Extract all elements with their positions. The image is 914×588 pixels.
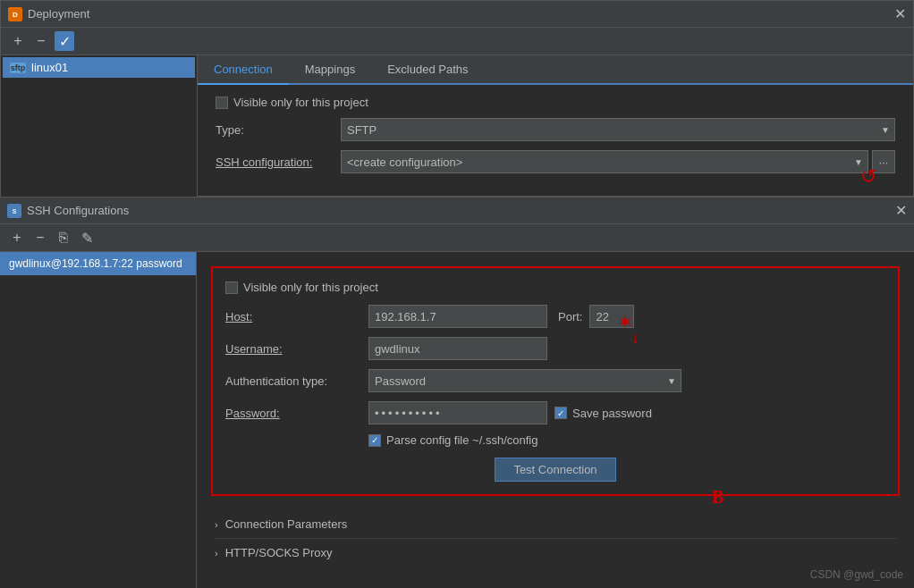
test-connection-button[interactable]: Test Connection [495,458,615,482]
deployment-window: D Deployment ✕ + − ✓ sftp linux01 Connec… [0,0,914,197]
type-row: Type: SFTP ▼ [216,118,895,141]
deployment-body: sftp linux01 Connection Mappings Exclude… [1,55,913,198]
add-server-button[interactable]: + [8,31,28,51]
ssh-add-button[interactable]: + [7,228,27,248]
host-port-inputs: Port: [368,305,634,328]
http-socks-label: HTTP/SOCKS Proxy [225,546,333,559]
expandable-sections: › Connection Parameters › HTTP/SOCKS Pro… [197,510,914,567]
ssh-content: Visible only for this project Host: Port… [197,252,914,588]
ssh-config-dots-button[interactable]: ··· [872,150,895,173]
chevron-right-icon: › [215,519,218,530]
save-password-row: ✓ Save password [554,407,652,420]
host-label: Host: [225,310,368,323]
test-connection-row: Test Connection [225,458,885,482]
port-input[interactable] [589,305,634,328]
sftp-icon: sftp [10,63,26,73]
deployment-close-button[interactable]: ✕ [894,7,906,21]
deployment-toolbar: + − ✓ [1,28,913,55]
ssh-close-button[interactable]: ✕ [895,202,907,219]
connection-params-row[interactable]: › Connection Parameters [215,510,896,538]
ssh-visible-only-label: Visible only for this project [243,281,378,294]
username-row: Username: [225,337,885,360]
http-socks-row[interactable]: › HTTP/SOCKS Proxy [215,538,896,567]
ssh-config-row: SSH configuration: <create configuration… [216,150,895,173]
password-row: Password: ✓ Save password [225,401,885,424]
password-input[interactable] [368,401,547,424]
watermark: CSDN @gwd_code [810,568,903,581]
ssh-toolbar: + − ⎘ ✎ [0,224,914,252]
ssh-config-select[interactable]: <create configuration> [341,150,868,173]
visible-only-label: Visible only for this project [233,96,368,109]
host-port-row: Host: Port: [225,305,885,328]
deployment-title-bar: D Deployment ✕ [1,1,913,28]
server-name: linux01 [31,61,68,74]
visible-only-row: Visible only for this project [216,96,895,109]
ssh-config-panel: Visible only for this project Host: Port… [211,266,900,496]
auth-type-select-wrapper: Password Key pair (OpenSSH or PuTTY) Ope… [368,369,681,392]
visible-only-checkbox[interactable] [216,97,228,109]
svg-text:S: S [13,208,17,214]
ssh-remove-button[interactable]: − [30,228,50,248]
type-label: Type: [216,123,341,137]
svg-text:D: D [13,11,18,19]
tab-connection[interactable]: Connection [198,55,289,85]
ssh-visible-only-checkbox[interactable] [225,281,238,294]
ssh-copy-button[interactable]: ⎘ [54,228,73,248]
tab-content-connection: Visible only for this project Type: SFTP… [198,85,913,198]
ssh-edit-button[interactable]: ✎ [77,228,97,248]
ssh-visible-only-row: Visible only for this project [225,281,885,294]
deployment-icon: D [8,7,22,21]
ssh-body: gwdlinux@192.168.1.7:22 password Visible… [0,252,914,588]
auth-type-label: Authentication type: [225,374,368,388]
ssh-config-select-wrapper: <create configuration> ▼ [341,150,868,173]
ssh-title-bar: S SSH Configurations ✕ [0,197,914,224]
host-input[interactable] [368,305,547,328]
ssh-config-label: SSH configuration: [216,155,341,169]
type-select[interactable]: SFTP [341,118,895,141]
ssh-window: S SSH Configurations ✕ + − ⎘ ✎ gwdlinux@… [0,197,914,588]
save-password-label: Save password [572,407,652,420]
username-input[interactable] [368,337,547,360]
deployment-title: Deployment [28,7,89,21]
parse-config-row: ✓ Parse config file ~/.ssh/config [368,433,885,447]
server-list-item[interactable]: sftp linux01 [3,57,195,78]
ssh-server-list: gwdlinux@192.168.1.7:22 password [0,252,197,588]
password-label: Password: [225,407,368,420]
ssh-server-item[interactable]: gwdlinux@192.168.1.7:22 password [0,252,196,275]
ssh-icon: S [7,204,21,218]
tab-excluded-paths[interactable]: Excluded Paths [371,55,484,85]
parse-config-label: Parse config file ~/.ssh/config [386,433,537,447]
confirm-button[interactable]: ✓ [55,31,74,51]
auth-type-row: Authentication type: Password Key pair (… [225,369,885,392]
connection-params-label: Connection Parameters [225,517,348,531]
ssh-title: SSH Configurations [27,204,129,217]
server-list: sftp linux01 [1,55,198,198]
auth-type-select[interactable]: Password Key pair (OpenSSH or PuTTY) Ope… [368,369,681,392]
port-label: Port: [558,310,582,323]
save-password-checkbox[interactable]: ✓ [554,407,567,419]
deployment-content: Connection Mappings Excluded Paths Visib… [198,55,913,198]
chevron-right-icon-2: › [215,548,218,559]
remove-server-button[interactable]: − [31,31,51,51]
tab-mappings[interactable]: Mappings [289,55,371,85]
type-select-wrapper: SFTP ▼ [341,118,895,141]
username-label: Username: [225,342,368,356]
parse-config-checkbox[interactable]: ✓ [368,434,381,447]
tab-bar: Connection Mappings Excluded Paths [198,55,913,85]
